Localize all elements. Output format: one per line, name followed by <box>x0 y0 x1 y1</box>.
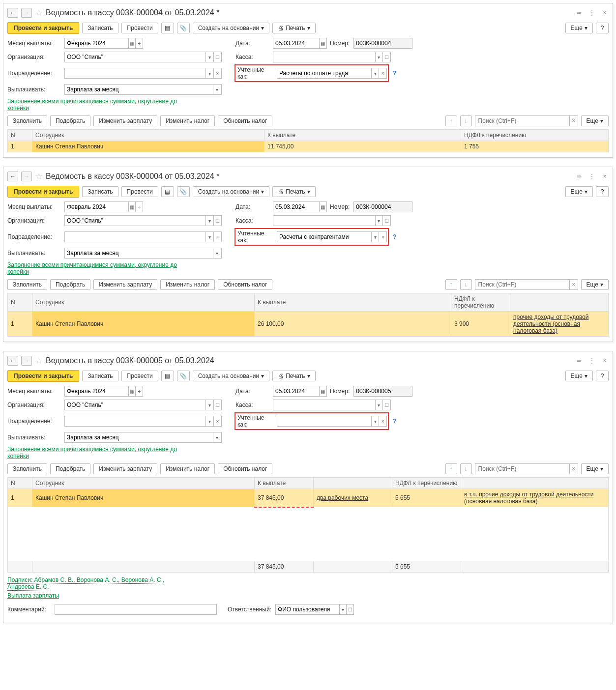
update-tax-button[interactable]: Обновить налог <box>218 463 272 474</box>
chevron-down-icon[interactable]: ▾ <box>205 232 213 242</box>
star-icon[interactable]: ☆ <box>35 7 43 18</box>
search-input[interactable]: × <box>475 115 578 126</box>
close-icon[interactable]: × <box>601 9 609 17</box>
table-row[interactable]: 1 Кашин Степан Павлович 26 100,00 3 900 … <box>8 312 609 337</box>
open-icon[interactable]: ☐ <box>213 52 221 62</box>
change-salary-button[interactable]: Изменить зарплату <box>93 463 157 474</box>
calendar-icon[interactable]: ▦ <box>319 202 326 212</box>
update-tax-button[interactable]: Обновить налог <box>218 279 272 290</box>
report-icon-button[interactable]: ▤ <box>161 371 174 381</box>
chevron-down-icon[interactable]: ▾ <box>213 248 221 258</box>
open-icon[interactable]: ☐ <box>213 400 221 410</box>
record-button[interactable]: Записать <box>82 23 118 33</box>
open-icon[interactable]: ☐ <box>382 400 390 410</box>
table-more-button[interactable]: Еще ▾ <box>581 115 609 126</box>
date-field[interactable]: ▦ <box>273 38 327 49</box>
more-button[interactable]: Еще ▾ <box>565 186 593 197</box>
change-tax-button[interactable]: Изменить налог <box>160 279 215 290</box>
uch-field[interactable]: ▾× <box>277 416 387 427</box>
employees-table[interactable]: N Сотрудник К выплате НДФЛ к перечислени… <box>7 129 609 152</box>
chevron-down-icon[interactable]: ▾ <box>375 400 383 410</box>
resp-field[interactable]: ▾☐ <box>275 604 354 615</box>
month-field[interactable]: ▦÷ <box>64 201 143 212</box>
clear-icon[interactable]: × <box>569 116 578 126</box>
subdiv-field[interactable]: ▾× <box>64 68 222 79</box>
chevron-down-icon[interactable]: ▾ <box>205 68 213 78</box>
clear-icon[interactable]: × <box>569 464 578 474</box>
fill-button[interactable]: Заполнить <box>7 463 47 474</box>
fill-rules-link[interactable]: Заполнение всеми причитающимися суммами,… <box>7 98 177 112</box>
pay-field[interactable]: ▾ <box>64 248 222 259</box>
open-icon[interactable]: ☐ <box>382 216 390 226</box>
post-close-button[interactable]: Провести и закрыть <box>7 370 79 382</box>
uch-field[interactable]: ▾× <box>277 231 387 242</box>
clear-icon[interactable]: × <box>379 68 386 78</box>
open-icon[interactable]: ☐ <box>213 216 221 226</box>
forward-button[interactable]: → <box>21 172 32 181</box>
star-icon[interactable]: ☆ <box>35 171 43 182</box>
comment-field[interactable] <box>55 604 217 615</box>
more-button[interactable]: Еще ▾ <box>565 23 593 33</box>
chevron-down-icon[interactable]: ▾ <box>371 232 379 242</box>
attach-icon-button[interactable]: 📎 <box>177 23 190 33</box>
payout-link[interactable]: Выплата зарплаты <box>7 592 59 599</box>
create-base-button[interactable]: Создать на основании ▾ <box>193 371 270 381</box>
attach-icon-button[interactable]: 📎 <box>177 186 190 197</box>
pay-field[interactable]: ▾ <box>64 432 222 443</box>
forward-button[interactable]: → <box>21 8 32 18</box>
help-icon[interactable]: ? <box>393 418 396 425</box>
clear-icon[interactable]: × <box>213 416 221 426</box>
move-down-button[interactable]: ↓ <box>460 115 472 126</box>
print-button[interactable]: 🖨 Печать ▾ <box>272 23 315 33</box>
back-button[interactable]: ← <box>7 356 18 366</box>
help-button[interactable]: ? <box>596 23 609 33</box>
chevron-down-icon[interactable]: ▾ <box>213 432 221 442</box>
close-icon[interactable]: × <box>601 357 609 365</box>
record-button[interactable]: Записать <box>82 371 118 381</box>
workplaces-link[interactable]: два рабочих места <box>317 494 368 501</box>
signatures-link[interactable]: Подписи: Абрамов С. В., Воронова А. С., … <box>7 576 164 591</box>
chevron-down-icon[interactable]: ▾ <box>205 400 213 410</box>
move-up-button[interactable]: ↑ <box>445 279 457 290</box>
calendar-icon[interactable]: ▦ <box>319 386 326 396</box>
search-input[interactable]: × <box>475 279 578 290</box>
org-field[interactable]: ▾☐ <box>64 400 222 410</box>
post-button[interactable]: Провести <box>121 186 158 197</box>
help-icon[interactable]: ? <box>393 70 396 77</box>
link-icon[interactable]: ⥰ <box>575 172 583 180</box>
change-salary-button[interactable]: Изменить зарплату <box>93 279 157 290</box>
report-icon-button[interactable]: ▤ <box>161 186 174 197</box>
subdiv-field[interactable]: ▾× <box>64 416 222 427</box>
more-button[interactable]: Еще ▾ <box>565 371 593 381</box>
clear-icon[interactable]: × <box>213 68 221 78</box>
pick-button[interactable]: Подобрать <box>50 115 90 126</box>
calendar-icon[interactable]: ▦ <box>128 202 136 212</box>
close-icon[interactable]: × <box>601 172 609 180</box>
open-icon[interactable]: ☐ <box>382 52 390 62</box>
link-icon[interactable]: ⥰ <box>575 357 583 365</box>
kassa-field[interactable]: ▾☐ <box>273 400 391 410</box>
create-base-button[interactable]: Создать на основании ▾ <box>193 23 270 33</box>
change-tax-button[interactable]: Изменить налог <box>160 463 215 474</box>
org-field[interactable]: ▾☐ <box>64 215 222 226</box>
kebab-icon[interactable]: ⋮ <box>588 9 596 17</box>
forward-button[interactable]: → <box>21 356 32 366</box>
pick-button[interactable]: Подобрать <box>50 463 90 474</box>
change-tax-button[interactable]: Изменить налог <box>160 115 215 126</box>
move-down-button[interactable]: ↓ <box>460 279 472 290</box>
table-more-button[interactable]: Еще ▾ <box>581 279 609 290</box>
kassa-field[interactable]: ▾☐ <box>273 215 391 226</box>
chevron-down-icon[interactable]: ▾ <box>205 416 213 426</box>
create-base-button[interactable]: Создать на основании ▾ <box>193 186 270 197</box>
uch-field[interactable]: ▾× <box>277 68 387 79</box>
fill-rules-link[interactable]: Заполнение всеми причитающимися суммами,… <box>7 446 177 460</box>
link-icon[interactable]: ⥰ <box>575 9 583 17</box>
report-icon-button[interactable]: ▤ <box>161 23 174 33</box>
date-field[interactable]: ▦ <box>273 386 327 397</box>
print-button[interactable]: 🖨 Печать ▾ <box>272 186 315 197</box>
calendar-icon[interactable]: ▦ <box>128 386 136 396</box>
chevron-down-icon[interactable]: ▾ <box>371 68 379 78</box>
star-icon[interactable]: ☆ <box>35 355 43 366</box>
date-field[interactable]: ▦ <box>273 201 327 212</box>
update-tax-button[interactable]: Обновить налог <box>218 115 272 126</box>
